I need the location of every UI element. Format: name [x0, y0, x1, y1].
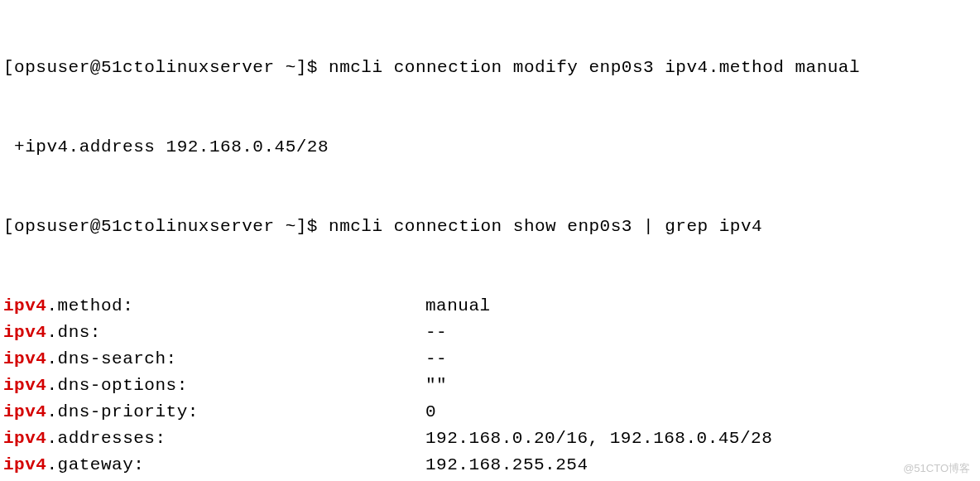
grep-highlight: ipv4: [3, 429, 46, 448]
output-key: ipv4.dns-search:: [3, 346, 425, 373]
output-key: ipv4.gateway:: [3, 452, 425, 479]
output-key: ipv4.addresses:: [3, 426, 425, 452]
shell-prompt: [opsuser@51ctolinuxserver ~]$: [3, 58, 329, 77]
watermark: @51CTO博客: [903, 461, 970, 476]
output-key-tail: .dns-search:: [46, 349, 176, 368]
grep-highlight: ipv4: [3, 402, 46, 421]
command-line-1: [opsuser@51ctolinuxserver ~]$ nmcli conn…: [3, 55, 980, 81]
output-key-tail: .dns:: [46, 323, 101, 342]
output-value: --: [425, 320, 980, 346]
output-value: 192.168.255.254: [425, 452, 980, 479]
output-rows: ipv4.method:manualipv4.dns:--ipv4.dns-se…: [3, 293, 980, 481]
output-value: 0: [425, 399, 980, 426]
output-row: ipv4.dns-options:"": [3, 373, 980, 399]
grep-highlight: ipv4: [3, 296, 46, 315]
output-row: ipv4.dns:--: [3, 320, 980, 346]
shell-command: nmcli connection show enp0s3 | grep ipv4: [329, 217, 762, 236]
output-key: ipv4.method:: [3, 293, 425, 320]
grep-highlight: ipv4: [3, 376, 46, 395]
output-value: manual: [425, 293, 980, 320]
output-key-tail: .dns-priority:: [46, 402, 198, 421]
shell-prompt: [opsuser@51ctolinuxserver ~]$: [3, 217, 329, 236]
output-key-tail: .gateway:: [46, 455, 144, 474]
output-key-tail: .dns-options:: [46, 376, 187, 395]
command-line-1-continuation: +ipv4.address 192.168.0.45/28: [3, 134, 980, 161]
output-row: ipv4.dns-search:--: [3, 346, 980, 373]
shell-command: nmcli connection modify enp0s3 ipv4.meth…: [329, 58, 860, 77]
output-row: ipv4.gateway:192.168.255.254: [3, 452, 980, 479]
output-key-tail: .addresses:: [46, 429, 166, 448]
grep-highlight: ipv4: [3, 349, 46, 368]
output-key-tail: .method:: [46, 296, 133, 315]
output-key: ipv4.dns-priority:: [3, 399, 425, 426]
output-row: ipv4.addresses:192.168.0.20/16, 192.168.…: [3, 426, 980, 452]
terminal-output: [opsuser@51ctolinuxserver ~]$ nmcli conn…: [0, 0, 980, 481]
output-key: ipv4.dns:: [3, 320, 425, 346]
grep-highlight: ipv4: [3, 323, 46, 342]
output-key: ipv4.dns-options:: [3, 373, 425, 399]
output-value: 192.168.0.20/16, 192.168.0.45/28: [425, 426, 980, 452]
grep-highlight: ipv4: [3, 455, 46, 474]
output-row: ipv4.method:manual: [3, 293, 980, 320]
command-line-2: [opsuser@51ctolinuxserver ~]$ nmcli conn…: [3, 214, 980, 240]
output-row: ipv4.dns-priority:0: [3, 399, 980, 426]
output-value: --: [425, 346, 980, 373]
output-value: "": [425, 373, 980, 399]
